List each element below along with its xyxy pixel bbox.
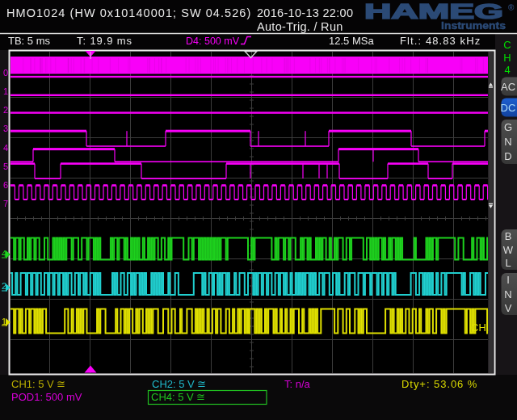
svg-text:Dty+: 53.06 %: Dty+: 53.06 % — [401, 378, 477, 390]
svg-text:D4: 500 mV: D4: 500 mV — [186, 36, 240, 47]
svg-text:Auto-Trig. / Run: Auto-Trig. / Run — [257, 20, 343, 33]
svg-text:T: n/a: T: n/a — [284, 378, 311, 390]
svg-text:5: 5 — [3, 162, 8, 171]
svg-text:C: C — [503, 39, 511, 51]
svg-text:0: 0 — [3, 68, 8, 78]
svg-text:1: 1 — [3, 86, 8, 96]
svg-text:3: 3 — [3, 124, 8, 133]
svg-text:®: ® — [508, 3, 515, 12]
svg-text:T: 19.9 ms: T: 19.9 ms — [77, 35, 132, 47]
svg-text:12.5 MSa: 12.5 MSa — [329, 35, 374, 47]
svg-text:N: N — [504, 288, 511, 300]
svg-text:G: G — [504, 121, 512, 133]
svg-text:4: 4 — [3, 143, 8, 153]
svg-text:D: D — [504, 150, 511, 162]
svg-text:AC: AC — [501, 81, 515, 93]
svg-text:L: L — [505, 257, 511, 269]
svg-text:H: H — [503, 52, 511, 64]
svg-text:B: B — [505, 230, 512, 242]
svg-text:CH1: 5 V ≅: CH1: 5 V ≅ — [11, 378, 65, 390]
svg-text:CH2: 5 V ≅: CH2: 5 V ≅ — [152, 378, 206, 390]
svg-text:DC: DC — [501, 102, 516, 114]
svg-text:7: 7 — [3, 199, 8, 208]
svg-text:W: W — [503, 244, 514, 256]
svg-text:N: N — [504, 136, 511, 148]
svg-text:HMO1024 (HW 0x10140001; SW 04.: HMO1024 (HW 0x10140001; SW 04.526) — [6, 6, 251, 19]
svg-text:TB: 5 ms: TB: 5 ms — [8, 35, 51, 47]
svg-text:I: I — [506, 274, 510, 286]
svg-text:POD1: 500 mV: POD1: 500 mV — [11, 391, 82, 403]
svg-text:4: 4 — [504, 64, 510, 76]
svg-text:Instruments: Instruments — [441, 19, 506, 32]
svg-text:6: 6 — [3, 180, 8, 190]
svg-text:2: 2 — [3, 105, 8, 115]
svg-text:Flt.: 48.83 kHz: Flt.: 48.83 kHz — [400, 35, 481, 47]
svg-text:CH.: CH. — [471, 321, 489, 334]
svg-text:2016-10-13 22:00: 2016-10-13 22:00 — [257, 6, 353, 19]
svg-text:V: V — [505, 302, 512, 314]
svg-text:CH4: 5 V ≅: CH4: 5 V ≅ — [151, 391, 205, 403]
